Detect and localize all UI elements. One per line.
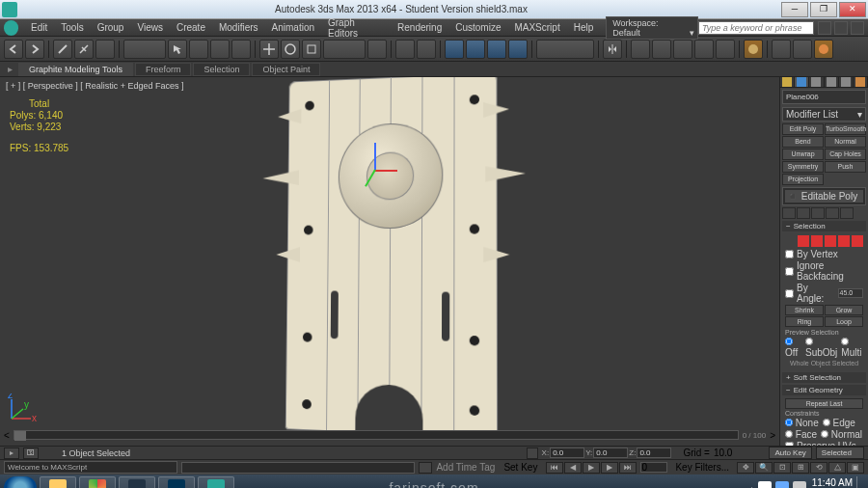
snap-angle-button[interactable] [466,40,485,59]
tray-network-icon[interactable] [775,481,789,488]
layers-button[interactable] [652,40,671,59]
snap-2d-button[interactable] [445,40,464,59]
maxscript-input[interactable] [181,462,415,474]
render-setup-button[interactable] [772,40,791,59]
setkey-button[interactable]: Set Key [499,461,542,474]
tray-clock[interactable]: 11:40 AM 2/17/2013 [810,478,854,488]
ribbon-tab-object-paint[interactable]: Object Paint [252,63,320,76]
minimize-button[interactable]: ─ [781,2,808,17]
move-button[interactable] [259,40,279,59]
viewport-label[interactable]: [ + ] [ Perspective ] [ Realistic + Edge… [6,81,184,91]
tray-action-center-icon[interactable] [758,481,772,488]
goto-start-button[interactable]: ⏮ [546,462,563,474]
undo-button[interactable] [4,40,23,59]
mod-symmetry[interactable]: Symmetry [782,161,824,173]
maximize-viewport-button[interactable]: ▣ [847,462,864,474]
select-region-button[interactable] [210,40,230,59]
menu-modifiers[interactable]: Modifiers [212,20,265,35]
taskbar-app-steam[interactable] [119,476,155,488]
rollout-selection-header[interactable]: Selection [782,221,866,231]
viewport[interactable]: [ + ] [ Perspective ] [ Realistic + Edge… [0,77,779,446]
cmd-tab-motion[interactable] [825,77,839,87]
by-angle-checkbox[interactable]: By Angle:45.0 [785,283,863,304]
constraint-normal-radio[interactable]: Normal [821,429,862,440]
menu-group[interactable]: Group [91,20,131,35]
workspace-dropdown[interactable]: Workspace: Default [606,16,698,40]
subobj-vertex-icon[interactable] [798,235,809,247]
pin-stack-button[interactable] [782,207,796,219]
lock-icon[interactable] [527,447,538,459]
pivot-button[interactable] [367,40,387,59]
goto-end-button[interactable]: ⏭ [619,462,637,474]
mod-bend[interactable]: Bend [782,136,824,148]
selected-filter-dropdown[interactable]: Selected [816,447,864,459]
maxscript-lock-button[interactable] [419,462,432,474]
tray-expand-icon[interactable]: ▴ [749,483,754,489]
time-slider-prev[interactable]: < [4,430,10,441]
ribbon-tab-selection[interactable]: Selection [193,63,250,76]
object-name-field[interactable]: Plane006 [782,90,866,104]
cmd-tab-utilities[interactable] [854,77,868,87]
menu-maxscript[interactable]: MAXScript [507,20,566,35]
mod-push[interactable]: Push [825,161,866,173]
subobj-element-icon[interactable] [852,235,863,247]
select-object-button[interactable] [168,40,187,59]
snap-percent-button[interactable] [487,40,506,59]
modifier-list-dropdown[interactable]: Modifier List▾ [782,107,866,122]
constraint-face-radio[interactable]: Face [785,429,817,440]
zoom-extents-button[interactable]: ⊡ [773,462,791,474]
subobj-edge-icon[interactable] [811,235,823,247]
time-slider[interactable]: < 0 / 100 > [4,428,775,442]
current-frame-input[interactable] [640,462,667,473]
ribbon-expand-icon[interactable]: ▸ [4,64,16,74]
loop-button[interactable]: Loop [825,316,863,327]
menu-edit[interactable]: Edit [24,20,54,35]
cmd-tab-modify[interactable] [795,77,809,87]
make-unique-button[interactable] [811,207,825,219]
orbit-button[interactable]: ⟲ [810,462,827,474]
ref-coord-dropdown[interactable] [323,40,366,59]
rotate-button[interactable] [281,40,300,59]
ribbon-tab-freeform[interactable]: Freeform [135,63,192,76]
by-vertex-checkbox[interactable]: By Vertex [785,249,863,259]
align-button[interactable] [631,40,650,59]
bind-spacewarp-button[interactable] [95,40,115,59]
field-of-view-button[interactable]: ⧋ [828,462,846,474]
menu-graph-editors[interactable]: Graph Editors [321,15,391,41]
menu-animation[interactable]: Animation [265,20,321,35]
menu-customize[interactable]: Customize [448,20,507,35]
coord-y-input[interactable] [593,447,628,458]
modifier-stack[interactable]: ◾ Editable Poly [782,187,866,205]
application-menu-button[interactable] [4,20,18,36]
coord-z-input[interactable] [637,447,671,458]
show-end-result-button[interactable] [797,207,810,219]
keyfilters-button[interactable]: Key Filters... [671,461,733,474]
mod-turbosmooth[interactable]: TurboSmooth [825,123,866,135]
mod-normal[interactable]: Normal [825,136,866,148]
play-button[interactable]: ▶ [583,462,600,474]
taskbar-app-chrome[interactable] [79,476,116,488]
zoom-button[interactable]: 🔍 [755,462,773,474]
render-button[interactable] [814,40,833,59]
material-editor-button[interactable] [744,40,763,59]
time-slider-next[interactable]: > [770,430,775,441]
subobj-polygon-icon[interactable] [838,235,850,247]
named-sel-dropdown[interactable] [536,40,594,59]
taskbar-app-3dsmax[interactable] [198,476,234,488]
track-lock-button[interactable]: ⚿ [23,447,39,459]
curve-editor-button[interactable] [694,40,714,59]
stack-editable-poly[interactable]: ◾ Editable Poly [785,190,863,203]
menu-rendering[interactable]: Rendering [391,20,448,35]
scale-button[interactable] [302,40,321,59]
mod-unwrap-uvw[interactable]: Unwrap UVW [782,149,824,160]
pan-view-button[interactable]: ✥ [737,462,754,474]
add-time-tag-button[interactable]: Add Time Tag [436,462,495,473]
constraint-none-radio[interactable]: None [785,418,819,428]
favorite-icon[interactable] [851,21,864,35]
next-frame-button[interactable]: ▶ [601,462,618,474]
cmd-tab-create[interactable] [780,77,795,87]
zoom-all-button[interactable]: ⊞ [792,462,809,474]
time-slider-handle[interactable] [14,431,26,441]
menu-views[interactable]: Views [130,20,170,35]
preview-subobj-radio[interactable]: SubObj [805,337,837,358]
